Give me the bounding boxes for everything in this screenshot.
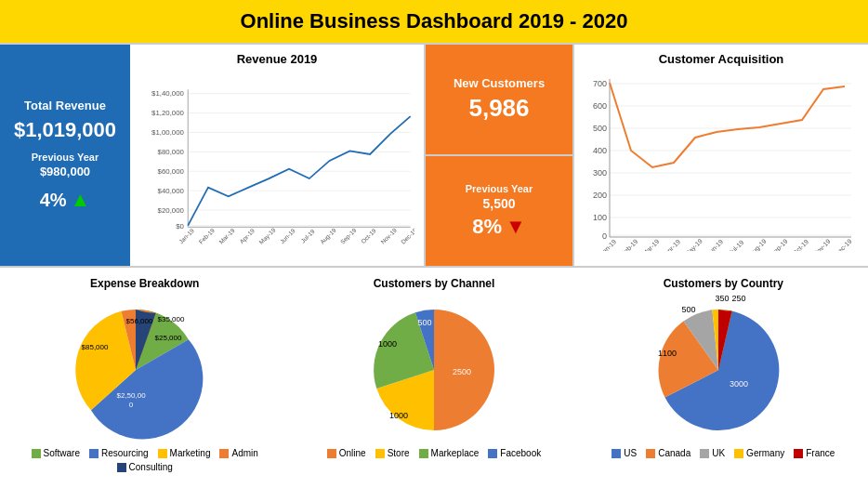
svg-text:$40,000: $40,000 — [158, 187, 185, 195]
growth-arrow-up-icon: ▲ — [71, 188, 91, 212]
svg-text:Jun-19: Jun-19 — [705, 238, 724, 251]
us-color — [612, 449, 621, 458]
svg-text:Sep-19: Sep-19 — [769, 238, 790, 251]
legend-canada: Canada — [646, 448, 690, 458]
svg-text:May-19: May-19 — [684, 237, 704, 251]
consulting-label: Consulting — [129, 462, 173, 472]
svg-text:1000: 1000 — [378, 339, 397, 349]
canada-color — [646, 449, 655, 458]
admin-color — [219, 449, 229, 458]
svg-text:Aug-19: Aug-19 — [319, 227, 338, 246]
acquisition-chart-title: Customer Acquisition — [584, 52, 859, 66]
uk-label: UK — [712, 448, 725, 458]
channels-legend: Online Store Markeplace Facebook — [327, 448, 541, 458]
svg-text:Mar-19: Mar-19 — [641, 238, 661, 251]
svg-text:500: 500 — [593, 124, 607, 133]
channels-panel: Customers by Channel 2500 1000 1000 500 — [289, 277, 578, 488]
resourcing-color — [89, 449, 99, 458]
svg-text:Oct-19: Oct-19 — [791, 238, 809, 251]
svg-text:$56,000: $56,000 — [125, 317, 152, 325]
legend-admin: Admin — [219, 448, 257, 458]
svg-text:500: 500 — [417, 318, 431, 327]
consulting-color — [117, 463, 126, 472]
prev-customers-value: 5,500 — [482, 196, 515, 211]
legend-germany: Germany — [734, 448, 784, 458]
svg-text:2500: 2500 — [453, 367, 471, 376]
marketplace-label: Markeplace — [431, 448, 480, 458]
channels-title: Customers by Channel — [374, 277, 495, 290]
legend-online: Online — [327, 448, 366, 458]
svg-text:May-19: May-19 — [257, 226, 277, 245]
us-label: US — [624, 448, 637, 458]
prev-customers-box: Previous Year 5,500 8% ▼ — [426, 156, 572, 266]
revenue-growth: 4% ▲ — [40, 188, 91, 212]
revenue-label: Total Revenue — [24, 99, 106, 112]
customers-growth: 8% ▼ — [472, 215, 526, 239]
legend-marketplace: Markeplace — [419, 448, 480, 458]
expense-title: Expense Breakdown — [90, 277, 199, 290]
revenue-prev-label: Previous Year — [32, 152, 99, 163]
uk-color — [700, 449, 709, 458]
revenue-chart-title: Revenue 2019 — [139, 52, 414, 66]
store-color — [375, 449, 385, 458]
channels-chart: 2500 1000 1000 500 — [341, 296, 527, 444]
growth-arrow-down-icon: ▼ — [506, 215, 526, 239]
revenue-line — [188, 116, 410, 226]
resourcing-label: Resourcing — [101, 448, 149, 458]
facebook-color — [488, 449, 497, 458]
svg-text:$0: $0 — [176, 222, 184, 231]
legend-resourcing: Resourcing — [89, 448, 149, 458]
svg-text:Oct-19: Oct-19 — [360, 227, 377, 244]
svg-text:Nov-19: Nov-19 — [812, 238, 832, 251]
svg-text:0: 0 — [602, 231, 607, 241]
legend-uk: UK — [700, 448, 725, 458]
svg-text:Feb-19: Feb-19 — [620, 238, 639, 251]
svg-text:500: 500 — [682, 305, 696, 314]
svg-text:Sep-19: Sep-19 — [339, 227, 359, 246]
germany-label: Germany — [746, 448, 784, 458]
svg-text:Feb-19: Feb-19 — [197, 227, 216, 245]
marketing-label: Marketing — [170, 448, 211, 458]
svg-text:350: 350 — [716, 296, 730, 303]
canada-label: Canada — [658, 448, 690, 458]
svg-text:1100: 1100 — [658, 349, 677, 358]
facebook-label: Facebook — [500, 448, 541, 458]
germany-color — [734, 449, 743, 458]
legend-consulting: Consulting — [117, 462, 173, 472]
svg-text:Jun-19: Jun-19 — [279, 227, 296, 244]
marketplace-color — [419, 449, 428, 458]
new-customers-column: New Customers 5,986 Previous Year 5,500 … — [426, 45, 574, 266]
countries-legend: US Canada UK Germany France — [612, 448, 835, 458]
new-customers-label: New Customers — [454, 76, 545, 90]
acquisition-chart: 700 600 500 400 300 200 100 0 Jan-19 — [584, 70, 859, 251]
svg-text:1000: 1000 — [389, 411, 408, 420]
acquisition-line — [610, 83, 845, 167]
revenue-chart: $1,40,000 $1,20,000 $1,00,000 $80,000 $6… — [139, 70, 414, 251]
svg-text:700: 700 — [593, 79, 607, 88]
svg-text:200: 200 — [593, 191, 607, 200]
acquisition-chart-box: Customer Acquisition 700 600 500 400 300… — [574, 45, 868, 266]
svg-text:Apr-19: Apr-19 — [238, 227, 256, 245]
countries-panel: Customers by Country 3000 1100 — [579, 277, 868, 488]
svg-text:Nov-19: Nov-19 — [379, 227, 398, 245]
legend-facebook: Facebook — [488, 448, 541, 458]
svg-text:Dec-19: Dec-19 — [834, 238, 853, 251]
svg-text:Dec-19: Dec-19 — [400, 227, 414, 245]
svg-text:Jul-19: Jul-19 — [728, 239, 745, 251]
software-color — [32, 449, 41, 458]
legend-us: US — [612, 448, 637, 458]
new-customers-value: 5,986 — [468, 94, 529, 123]
svg-text:Mar-19: Mar-19 — [217, 227, 236, 245]
online-label: Online — [339, 448, 366, 458]
new-customers-top: New Customers 5,986 — [426, 45, 572, 156]
bottom-section: Expense Breakdown — [0, 268, 868, 488]
legend-software: Software — [32, 448, 80, 458]
countries-chart: 3000 1100 500 350 250 — [621, 296, 825, 444]
svg-text:$20,000: $20,000 — [158, 206, 185, 215]
svg-text:$1,00,000: $1,00,000 — [151, 128, 184, 137]
svg-text:$35,000: $35,000 — [157, 315, 184, 323]
svg-text:Jul-19: Jul-19 — [299, 228, 316, 244]
svg-text:100: 100 — [593, 213, 607, 222]
prev-customers-label: Previous Year — [466, 183, 533, 194]
svg-text:$85,000: $85,000 — [81, 343, 108, 351]
